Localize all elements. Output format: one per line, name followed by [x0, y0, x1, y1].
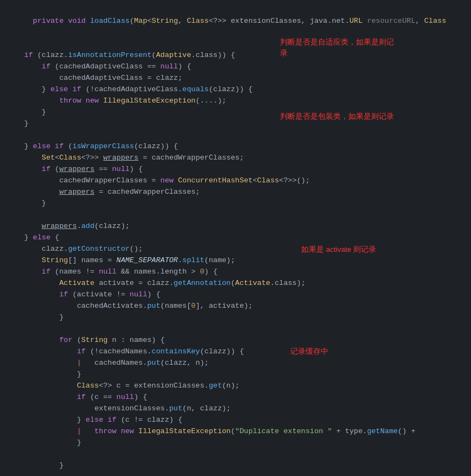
code-line: Activate activate = clazz.getAnnotation(…	[0, 278, 471, 289]
code-container: private void loadClass(Map<String, Class…	[0, 0, 471, 476]
code-line: for (String n : names) {	[0, 335, 471, 346]
code-line	[0, 323, 471, 335]
code-line: wrappers = cachedWrapperClasses;	[0, 187, 471, 198]
annotation-cache: 记录缓存中	[290, 346, 410, 357]
annotation-wrapper: 判断是否是包装类，如果是则记录	[280, 111, 399, 122]
code-line: | cachedNames.put(clazz, n);	[0, 358, 471, 369]
code-line: } else if (isWrapperClass(clazz)) {	[0, 141, 471, 153]
code-line	[0, 130, 471, 141]
code-line: private void loadClass(Map<String, Class…	[0, 4, 471, 39]
code-line: String[] names = NAME_SEPARATOR.split(na…	[0, 255, 471, 266]
code-line: Class<?> c = extensionClasses.get(n);	[0, 380, 471, 392]
code-line: } else if (c != clazz) {	[0, 415, 471, 426]
code-line: cachedActivates.put(names[0], activate);	[0, 301, 471, 312]
code-line: if (clazz.isAnnotationPresent(Adaptive.c…	[0, 50, 471, 61]
code-line: }	[0, 369, 471, 380]
code-line: if (names != null && names.length > 0) {	[0, 266, 471, 278]
code-line: if (activate != null) {	[0, 289, 471, 301]
code-line	[0, 449, 471, 460]
code-line: | throw new IllegalStateException("Dupli…	[0, 426, 471, 437]
code-line	[0, 472, 471, 476]
code-line: if (cachedAdaptiveClass == null) {	[0, 61, 471, 73]
code-line: cachedWrapperClasses = new ConcurrentHas…	[0, 175, 471, 187]
code-line: throw new IllegalStateException(....);	[0, 96, 471, 107]
code-line: Set<Class<?>> wrappers = cachedWrapperCl…	[0, 153, 471, 164]
code-line: }	[0, 118, 471, 130]
code-line: extensionClasses.put(n, clazz);	[0, 403, 471, 415]
code-line: if (wrappers == null) {	[0, 164, 471, 175]
code-line: } else if (!cachedAdaptiveClass.equals(c…	[0, 84, 471, 96]
code-line: }	[0, 312, 471, 323]
code-line: cachedAdaptiveClass = clazz;	[0, 73, 471, 84]
code-line: }	[0, 107, 471, 118]
code-line	[0, 39, 471, 50]
code-line: if (c == null) {	[0, 392, 471, 403]
code-line: }	[0, 198, 471, 210]
annotation-activate: 如果是 activate 则记录	[301, 244, 421, 255]
annotation-adaptive: 判断是否是自适应类，如果是则记录	[280, 37, 399, 59]
code-line: } else {	[0, 232, 471, 244]
code-line: }	[0, 437, 471, 449]
code-line: wrappers.add(clazz);	[0, 221, 471, 232]
code-line: }	[0, 460, 471, 472]
code-line	[0, 210, 471, 221]
